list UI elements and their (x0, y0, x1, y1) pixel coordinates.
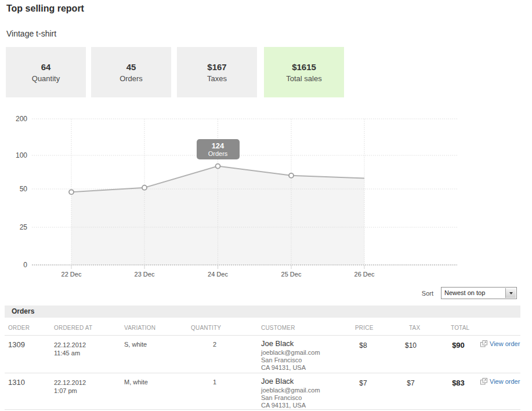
customer-city: San Francisco (261, 357, 320, 364)
column-header-customer: CUSTOMER (261, 325, 295, 331)
data-point-marker[interactable] (69, 190, 74, 194)
data-point-marker[interactable] (216, 164, 220, 169)
stat-label: Taxes (207, 74, 227, 83)
tax-cell: $10 (395, 341, 427, 350)
customer-region: CA 94131, USA (261, 364, 320, 372)
customer-city: San Francisco (261, 394, 320, 402)
x-axis-tick-label: 22 Dec (61, 271, 82, 278)
tax-cell: $7 (395, 379, 427, 387)
sort-select[interactable]: Newest on top (441, 287, 517, 299)
order-number-cell: 1309 (8, 340, 25, 349)
column-header-total: TOTAL (451, 325, 469, 331)
stat-label: Orders (120, 74, 143, 83)
view-order-label: View order (490, 340, 520, 347)
quantity-cell: 2 (191, 341, 238, 348)
orders-section-header: Orders (5, 305, 520, 318)
view-order-icon (480, 340, 487, 347)
column-header-tax: TAX (409, 325, 420, 331)
view-order-link[interactable]: View order (480, 378, 520, 385)
stat-card[interactable]: $1615 Total sales (264, 47, 344, 97)
stat-label: Quantity (32, 74, 60, 83)
order-number-cell: 1310 (8, 378, 25, 387)
customer-region: CA 94131, USA (261, 402, 320, 409)
x-axis-tick-label: 24 Dec (208, 271, 228, 278)
page-title: Top selling report (6, 3, 84, 14)
tooltip-label: Orders (197, 151, 240, 157)
stat-card[interactable]: 45 Orders (91, 47, 171, 97)
ordered-at-cell: 22.12.2012 1:07 pm (54, 379, 86, 395)
chart-tooltip: 124 Orders (197, 139, 240, 159)
tooltip-value: 124 (197, 142, 240, 150)
table-bottom-border (5, 409, 520, 410)
total-cell: $83 (442, 379, 475, 387)
order-date: 22.12.2012 (54, 379, 86, 387)
variation-cell: M, white (124, 379, 148, 385)
stat-label: Total sales (286, 74, 321, 83)
table-row: 1309 22.12.2012 11:45 am S, white 2 Joe … (5, 335, 520, 373)
variation-cell: S, white (124, 341, 147, 348)
customer-cell: Joe Black joeblack@gmail.com San Francis… (261, 377, 320, 409)
stat-card[interactable]: 64 Quantity (6, 47, 86, 97)
stat-value: 45 (126, 62, 136, 72)
chevron-down-icon (509, 292, 513, 294)
sort-selected-value: Newest on top (444, 288, 485, 299)
customer-email: joeblack@gmail.com (261, 387, 320, 394)
column-header-quantity: QUANTITY (191, 325, 221, 331)
data-point-marker[interactable] (289, 173, 294, 178)
view-order-label: View order (490, 378, 520, 385)
y-axis-tick-label: 0 (23, 261, 27, 269)
customer-email: joeblack@gmail.com (261, 349, 320, 357)
price-cell: $8 (347, 341, 379, 350)
column-header-order: ORDER (8, 325, 30, 331)
stat-value: $167 (207, 62, 226, 72)
chart-area-fill (71, 166, 364, 265)
orders-section-title: Orders (12, 305, 34, 318)
column-header-ordered-at: ORDERED AT (54, 325, 92, 331)
y-axis-tick-label: 50 (20, 185, 28, 193)
order-time: 11:45 am (54, 349, 86, 357)
table-row: 1310 22.12.2012 1:07 pm M, white 1 Joe B… (5, 373, 520, 410)
orders-chart: 0255010020022 Dec23 Dec24 Dec25 Dec26 De… (0, 113, 464, 287)
top-selling-report-page: Top selling report Vintage t-shirt 64 Qu… (0, 0, 532, 411)
data-point-marker[interactable] (142, 186, 147, 190)
orders-table-header: ORDER ORDERED AT VARIATION QUANTITY CUST… (0, 325, 532, 333)
column-header-variation: VARIATION (124, 325, 155, 331)
stat-card[interactable]: $167 Taxes (177, 47, 257, 97)
customer-name: Joe Black (261, 377, 320, 385)
total-cell: $90 (442, 341, 475, 350)
dropdown-arrow-button[interactable] (505, 288, 516, 298)
customer-name: Joe Black (261, 339, 320, 348)
price-cell: $7 (347, 379, 379, 387)
column-header-price: PRICE (355, 325, 374, 331)
order-time: 1:07 pm (54, 387, 86, 395)
ordered-at-cell: 22.12.2012 11:45 am (54, 341, 86, 357)
quantity-cell: 1 (191, 379, 238, 385)
x-axis-tick-label: 25 Dec (281, 271, 302, 278)
order-date: 22.12.2012 (54, 341, 86, 349)
view-order-link[interactable]: View order (480, 340, 520, 347)
sort-label: Sort (400, 290, 433, 297)
y-axis-tick-label: 100 (16, 151, 27, 159)
x-axis-tick-label: 26 Dec (354, 271, 375, 278)
customer-cell: Joe Black joeblack@gmail.com San Francis… (261, 339, 320, 372)
product-name: Vintage t-shirt (6, 29, 56, 38)
stat-value: 64 (41, 62, 51, 72)
view-order-icon (480, 378, 487, 385)
y-axis-tick-label: 25 (20, 223, 28, 231)
x-axis-tick-label: 23 Dec (135, 271, 155, 278)
stat-value: $1615 (292, 62, 316, 72)
y-axis-tick-label: 200 (16, 115, 27, 123)
